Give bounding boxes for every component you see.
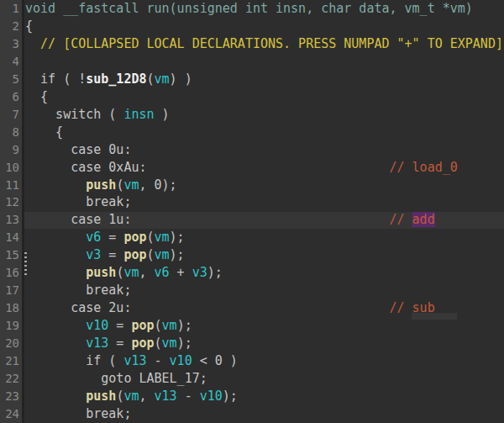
code-token bbox=[25, 336, 86, 351]
line-number: 6 bbox=[0, 88, 22, 106]
line-number: 3 bbox=[0, 35, 22, 53]
decompiler-view: 123456789101112131415161718192021222324 … bbox=[0, 0, 504, 423]
code-line[interactable]: v13 = pop(vm); bbox=[25, 335, 503, 352]
code-line[interactable]: void __fastcall run(unsigned int insn, c… bbox=[25, 0, 503, 18]
code-line[interactable]: v3 = pop(vm); bbox=[25, 246, 503, 264]
code-token: pop bbox=[123, 230, 146, 245]
code-token: break; bbox=[25, 406, 131, 421]
code-line[interactable]: break; bbox=[25, 282, 503, 299]
code-token: { bbox=[25, 124, 63, 140]
code-token: ) ) bbox=[170, 71, 192, 87]
line-number: 19 bbox=[0, 317, 22, 335]
code-token: case 0xAu: bbox=[25, 160, 389, 175]
line-number: 4 bbox=[0, 53, 22, 71]
code-token: vm bbox=[123, 177, 139, 193]
code-token: ); bbox=[207, 265, 223, 280]
code-line[interactable]: // [COLLAPSED LOCAL DECLARATIONS. PRESS … bbox=[25, 35, 503, 53]
line-number: 2 bbox=[0, 18, 22, 35]
code-token: case 2u: bbox=[25, 300, 389, 315]
line-number: 7 bbox=[0, 106, 22, 124]
code-line[interactable]: goto LABEL_17; bbox=[25, 370, 503, 388]
code-token: , bbox=[139, 389, 154, 404]
code-token: { bbox=[25, 89, 48, 104]
line-number: 24 bbox=[0, 405, 22, 423]
line-number: 5 bbox=[0, 71, 22, 88]
line-number: 12 bbox=[0, 193, 22, 211]
code-token: case 1u: bbox=[25, 212, 389, 227]
code-token: = bbox=[101, 230, 123, 245]
code-token: vm bbox=[162, 336, 177, 351]
line-number: 16 bbox=[0, 264, 22, 282]
line-number-gutter: 123456789101112131415161718192021222324 bbox=[0, 0, 22, 423]
code-token: v10 bbox=[200, 389, 223, 404]
code-token bbox=[25, 247, 86, 262]
code-line[interactable]: { bbox=[25, 124, 503, 141]
pseudocode-area[interactable]: void __fastcall run(unsigned int insn, c… bbox=[25, 0, 503, 423]
code-token: vm bbox=[162, 318, 177, 333]
code-token: goto LABEL_17; bbox=[25, 371, 207, 386]
code-token: v6 bbox=[155, 265, 170, 280]
code-token: insn bbox=[123, 107, 154, 122]
code-token: + bbox=[170, 265, 192, 280]
code-token: push bbox=[86, 265, 116, 280]
code-token: if ( ! bbox=[25, 71, 86, 87]
line-number: 21 bbox=[0, 352, 22, 370]
code-line[interactable]: case 0u: bbox=[25, 141, 503, 159]
code-token: v13 bbox=[86, 336, 108, 351]
code-line[interactable]: { bbox=[25, 18, 503, 35]
code-token: break; bbox=[25, 194, 131, 209]
code-line[interactable]: push(vm, 0); bbox=[25, 177, 503, 194]
comment-token: // [COLLAPSED LOCAL DECLARATIONS. PRESS … bbox=[25, 36, 503, 51]
code-line[interactable]: v6 = pop(vm); bbox=[25, 229, 503, 246]
code-token bbox=[25, 230, 86, 245]
code-line[interactable] bbox=[25, 53, 503, 71]
code-line[interactable]: push(vm, v6 + v3); bbox=[25, 264, 503, 282]
code-token: pop bbox=[131, 336, 154, 351]
line-number: 9 bbox=[0, 141, 22, 159]
code-line[interactable]: break; bbox=[25, 405, 503, 423]
code-line[interactable]: case 1u: // add bbox=[25, 211, 503, 229]
code-token: ); bbox=[170, 230, 185, 245]
code-token: v3 bbox=[192, 265, 207, 280]
code-token: vm bbox=[155, 230, 170, 245]
code-token: vm bbox=[123, 389, 139, 404]
code-token: = bbox=[108, 318, 131, 333]
code-line[interactable]: break; bbox=[25, 193, 503, 211]
code-token: vm bbox=[155, 71, 170, 87]
code-token: ( bbox=[155, 318, 162, 333]
code-token: - bbox=[177, 389, 200, 404]
code-token bbox=[25, 177, 86, 193]
line-number: 8 bbox=[0, 124, 22, 141]
code-token: ( bbox=[147, 71, 155, 87]
line-number: 10 bbox=[0, 159, 22, 177]
line-number: 11 bbox=[0, 177, 22, 194]
line-number: 20 bbox=[0, 335, 22, 352]
faint-highlight-artifact bbox=[412, 313, 457, 320]
code-token: - bbox=[147, 353, 170, 368]
code-token: v3 bbox=[86, 247, 101, 262]
line-number: 1 bbox=[0, 0, 22, 18]
code-token: < 0 ) bbox=[192, 353, 238, 368]
line-number: 15 bbox=[0, 246, 22, 264]
code-token: vm bbox=[123, 265, 139, 280]
code-token bbox=[25, 318, 86, 333]
code-line[interactable]: { bbox=[25, 88, 503, 106]
code-line[interactable]: switch ( insn ) bbox=[25, 106, 503, 124]
code-token: sub_12D8 bbox=[86, 71, 146, 87]
code-line[interactable]: push(vm, v13 - v10); bbox=[25, 388, 503, 405]
code-token: , 0); bbox=[139, 177, 176, 193]
code-token: v13 bbox=[123, 353, 146, 368]
code-token: ( bbox=[147, 247, 155, 262]
code-token: v10 bbox=[86, 318, 108, 333]
code-token: ); bbox=[170, 247, 185, 262]
code-token: ); bbox=[223, 389, 238, 404]
line-number: 14 bbox=[0, 229, 22, 246]
code-token: switch ( bbox=[25, 107, 123, 122]
comment-token: add bbox=[412, 212, 435, 227]
code-token: case 0u: bbox=[25, 142, 131, 157]
code-token: = bbox=[101, 247, 123, 262]
code-line[interactable]: case 0xAu: // load_0 bbox=[25, 159, 503, 177]
code-line[interactable]: v10 = pop(vm); bbox=[25, 317, 503, 335]
code-line[interactable]: if ( !sub_12D8(vm) ) bbox=[25, 71, 503, 88]
code-line[interactable]: if ( v13 - v10 < 0 ) bbox=[25, 352, 503, 370]
